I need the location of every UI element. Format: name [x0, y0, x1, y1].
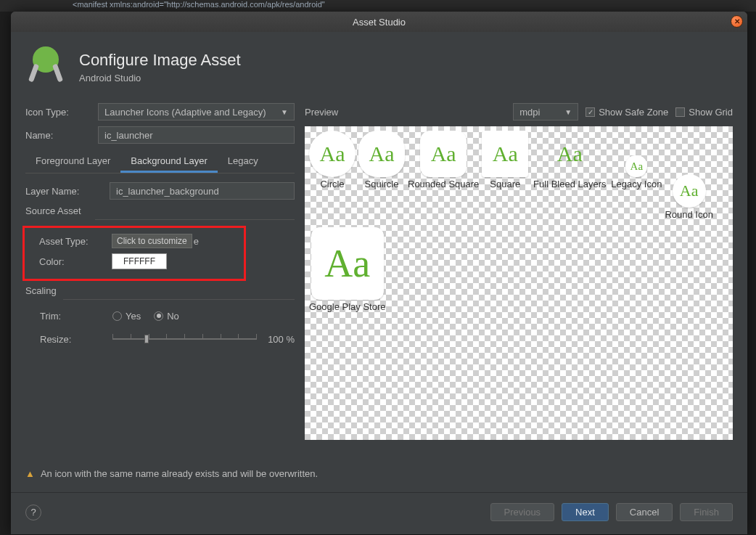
- layer-tabs: Foreground Layer Background Layer Legacy: [25, 151, 295, 173]
- editor-backdrop: <manifest xmlns:android="http://schemas.…: [0, 0, 756, 12]
- resize-slider[interactable]: [112, 332, 257, 346]
- trim-yes-radio[interactable]: Yes: [112, 311, 141, 322]
- tab-legacy[interactable]: Legacy: [218, 151, 268, 173]
- density-combobox[interactable]: mdpi ▼: [513, 103, 578, 121]
- preview-squircle: Aa: [358, 131, 405, 177]
- preview-caption: Rounded Square: [408, 179, 479, 189]
- show-grid-label: Show Grid: [689, 107, 733, 118]
- titlebar[interactable]: Asset Studio ✕: [11, 12, 747, 32]
- color-label: Color:: [39, 256, 106, 267]
- next-button[interactable]: Next: [562, 503, 609, 521]
- preview-rounded-square: Aa: [420, 131, 467, 177]
- dialog-footer: ▲ An icon with the same name already exi…: [11, 492, 747, 534]
- preview-caption: Google Play Store: [309, 301, 386, 312]
- warning-icon: ▲: [25, 468, 35, 479]
- preview-play-store: Aa: [311, 227, 384, 300]
- preview-caption: Legacy Icon: [611, 179, 662, 189]
- icon-type-combobox[interactable]: Launcher Icons (Adaptive and Legacy) ▼: [98, 103, 295, 121]
- preview-caption: Full Bleed Layers: [533, 179, 606, 189]
- icon-type-label: Icon Type:: [25, 107, 92, 118]
- layer-name-value: ic_launcher_background: [116, 186, 219, 197]
- name-value: ic_launcher: [104, 130, 153, 141]
- resize-value: 100 %: [263, 334, 295, 345]
- preview-caption: Squircle: [365, 179, 399, 189]
- icon-type-value: Launcher Icons (Adaptive and Legacy): [104, 107, 266, 118]
- source-asset-section-label: Source Asset: [25, 205, 295, 216]
- cancel-button[interactable]: Cancel: [616, 503, 673, 521]
- scaling-section-label: Scaling: [25, 285, 295, 296]
- chevron-down-icon: ▼: [281, 108, 288, 116]
- name-input[interactable]: ic_launcher: [98, 126, 295, 144]
- checkbox-icon: [675, 107, 685, 117]
- preview-round-icon: Aa: [673, 174, 706, 208]
- form-panel: Icon Type: Launcher Icons (Adaptive and …: [25, 102, 295, 440]
- separator: [95, 219, 295, 220]
- name-label: Name:: [25, 130, 92, 141]
- help-button[interactable]: ?: [25, 505, 41, 520]
- show-grid-checkbox[interactable]: Show Grid: [675, 107, 733, 118]
- android-studio-logo-icon: [25, 46, 66, 87]
- tab-background-layer[interactable]: Background Layer: [120, 151, 218, 173]
- preview-square: Aa: [482, 131, 528, 177]
- dialog-header: Configure Image Asset Android Studio: [11, 32, 747, 96]
- close-icon[interactable]: ✕: [731, 15, 743, 28]
- preview-circle: Aa: [309, 131, 356, 177]
- slider-thumb[interactable]: [144, 335, 149, 343]
- resize-label: Resize:: [40, 334, 107, 345]
- preview-caption: Square: [490, 179, 520, 189]
- finish-button[interactable]: Finish: [680, 503, 733, 521]
- color-value: FFFFFF: [123, 256, 155, 266]
- trim-yes-label: Yes: [126, 311, 141, 322]
- preview-panel: Preview mdpi ▼ Show Safe Zone Show Grid …: [305, 102, 733, 440]
- color-swatch-button[interactable]: FFFFFF: [112, 253, 167, 269]
- preview-caption: Round Icon: [665, 209, 713, 220]
- checkbox-icon: [586, 107, 595, 117]
- trim-label: Trim:: [40, 311, 107, 322]
- dialog-title: Asset Studio: [353, 17, 406, 28]
- tab-foreground-layer[interactable]: Foreground Layer: [25, 151, 120, 173]
- show-safe-zone-label: Show Safe Zone: [599, 107, 668, 118]
- trim-no-radio[interactable]: No: [154, 311, 179, 322]
- preview-canvas: AaCircle AaSquircle AaRounded Square AaS…: [305, 126, 733, 440]
- previous-button[interactable]: Previous: [490, 503, 555, 521]
- chevron-down-icon: ▼: [564, 108, 572, 116]
- highlighted-region: Asset Type: Click to customize e Color: …: [22, 226, 246, 281]
- trim-no-label: No: [167, 311, 179, 322]
- layer-name-label: Layer Name:: [25, 186, 104, 197]
- preview-label: Preview: [305, 107, 338, 118]
- preview-legacy: Aa: [625, 155, 647, 177]
- preview-caption: Circle: [320, 179, 344, 189]
- warning-row: ▲ An icon with the same name already exi…: [25, 468, 318, 479]
- separator: [63, 299, 295, 300]
- page-subtitle: Android Studio: [79, 73, 241, 83]
- show-safe-zone-checkbox[interactable]: Show Safe Zone: [586, 107, 668, 118]
- preview-full-bleed: Aa: [531, 131, 608, 177]
- asset-type-label: Asset Type:: [39, 236, 106, 247]
- asset-type-trailing-char: e: [194, 236, 199, 247]
- density-value: mdpi: [519, 107, 540, 118]
- tooltip: Click to customize: [112, 234, 192, 248]
- page-title: Configure Image Asset: [79, 51, 241, 70]
- asset-studio-dialog: Asset Studio ✕ Configure Image Asset And…: [11, 12, 747, 534]
- warning-text: An icon with the same name already exist…: [41, 468, 318, 479]
- layer-name-input[interactable]: ic_launcher_background: [110, 182, 295, 200]
